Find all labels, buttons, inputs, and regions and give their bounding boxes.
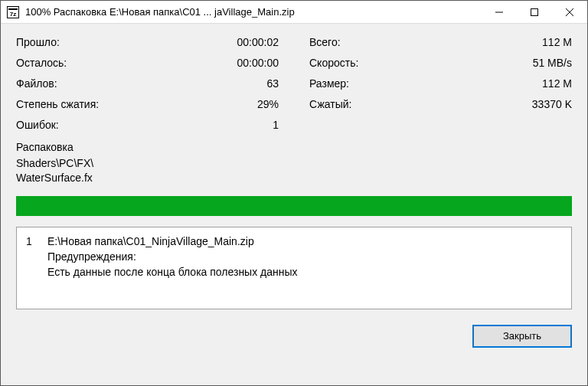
message-file: E:\Новая папка\C01_NinjaVillage_Main.zip (47, 235, 562, 247)
stat-label: Прошло: (16, 34, 60, 51)
stat-size: Размер: 112 M (309, 76, 572, 92)
stat-elapsed: Прошло: 00:00:02 (16, 34, 279, 51)
stat-label: Файлов: (16, 76, 57, 92)
app-icon: 7z (7, 6, 19, 18)
stat-value: 00:00:00 (237, 55, 279, 71)
stat-label: Степень сжатия: (16, 96, 99, 113)
stat-packed: Сжатый: 33370 K (309, 96, 572, 113)
stat-value: 63 (266, 76, 279, 92)
titlebar: 7z 100% Распаковка E:\Новая папка\C01 ..… (1, 1, 587, 24)
progress-bar (16, 196, 572, 216)
message-warn-label: Предупреждения: (47, 250, 562, 263)
stat-label: Всего: (309, 34, 341, 51)
stat-value: 112 M (542, 76, 572, 92)
stats-area: Прошло: 00:00:02 Осталось: 00:00:00 Файл… (16, 34, 572, 133)
svg-rect-1 (8, 8, 18, 10)
stats-left-column: Прошло: 00:00:02 Осталось: 00:00:00 Файл… (16, 34, 279, 133)
stat-value: 00:00:02 (237, 34, 279, 51)
stat-remaining: Осталось: 00:00:00 (16, 55, 279, 71)
stat-value: 51 MB/s (533, 55, 572, 71)
stat-label: Скорость: (309, 55, 358, 71)
svg-text:7z: 7z (10, 11, 16, 18)
stat-value: 1 (273, 117, 279, 133)
stat-speed: Скорость: 51 MB/s (309, 55, 572, 71)
stat-total: Всего: 112 M (309, 34, 572, 51)
message-warn-text: Есть данные после конца блока полезных д… (47, 266, 562, 278)
close-window-button[interactable] (552, 1, 587, 23)
svg-rect-4 (531, 8, 538, 15)
stat-value: 33370 K (532, 96, 572, 113)
extraction-path: Shaders\PC\FX\ WaterSurface.fx (16, 156, 572, 185)
window-title: 100% Распаковка E:\Новая папка\C01 ... j… (25, 6, 482, 18)
maximize-button[interactable] (517, 1, 552, 23)
stat-value: 112 M (542, 34, 572, 51)
stat-errors: Ошибок: 1 (16, 117, 279, 133)
stat-value: 29% (257, 96, 279, 113)
stat-label: Осталось: (16, 55, 67, 71)
button-row: Закрыть (16, 325, 572, 348)
window-controls (482, 1, 587, 23)
stat-label: Ошибок: (16, 117, 59, 133)
stat-label: Размер: (309, 76, 349, 92)
extraction-label: Распаковка (16, 141, 572, 153)
stat-label: Сжатый: (309, 96, 351, 113)
dialog-content: Прошло: 00:00:02 Осталось: 00:00:00 Файл… (1, 24, 587, 385)
dialog-window: 7z 100% Распаковка E:\Новая папка\C01 ..… (0, 0, 588, 386)
message-box: 1 E:\Новая папка\C01_NinjaVillage_Main.z… (16, 227, 572, 309)
stats-right-column: Всего: 112 M Скорость: 51 MB/s Размер: 1… (309, 34, 572, 133)
message-id: 1 (26, 235, 47, 247)
minimize-button[interactable] (482, 1, 517, 23)
close-button[interactable]: Закрыть (472, 325, 572, 348)
stat-files: Файлов: 63 (16, 76, 279, 92)
stat-ratio: Степень сжатия: 29% (16, 96, 279, 113)
